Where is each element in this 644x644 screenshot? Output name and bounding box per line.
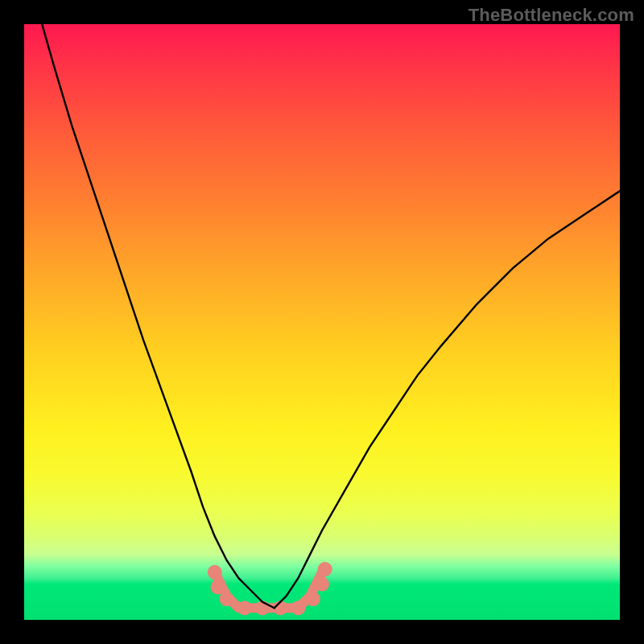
stage: TheBottleneck.com xyxy=(0,0,644,644)
curve-right-arm xyxy=(275,191,620,608)
watermark-text: TheBottleneck.com xyxy=(469,5,634,26)
threshold-marker xyxy=(220,592,234,606)
threshold-marker xyxy=(306,592,320,606)
threshold-marker xyxy=(291,601,305,615)
threshold-marker xyxy=(208,565,222,580)
threshold-marker xyxy=(237,601,252,615)
chart-plot-area xyxy=(24,24,620,620)
threshold-marker xyxy=(211,580,225,594)
chart-svg xyxy=(24,24,620,620)
threshold-marker xyxy=(318,562,332,576)
threshold-marker xyxy=(315,577,329,592)
curve-left-arm xyxy=(42,24,275,608)
